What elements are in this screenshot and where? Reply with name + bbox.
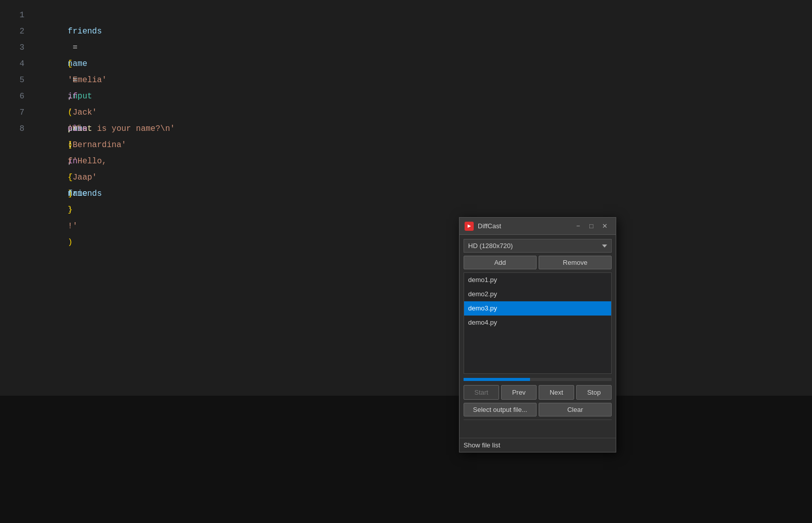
dialog-title: DiffCast <box>478 222 571 230</box>
code-editor: 1 2 3 4 5 6 7 8 friends = [ 'Emelia' , '… <box>0 0 812 396</box>
code-content: friends = [ 'Emelia' , 'Jack' , 'Bernard… <box>30 0 812 396</box>
diffcast-logo-icon: ▶ <box>465 222 474 231</box>
control-row: Start Prev Next Stop <box>464 385 612 400</box>
show-file-row: Show file list <box>460 438 616 452</box>
close-button[interactable]: ✕ <box>598 220 611 232</box>
file-item-demo4[interactable]: demo4.py <box>464 316 611 330</box>
code-line-4 <box>39 56 804 72</box>
maximize-button[interactable]: □ <box>585 220 597 232</box>
minimize-button[interactable]: − <box>572 220 584 232</box>
show-file-list-button[interactable]: Show file list <box>464 441 500 449</box>
file-item-demo3[interactable]: demo3.py <box>464 301 611 316</box>
code-line-2 <box>39 23 804 40</box>
resolution-dropdown[interactable]: HD (1280x720) Full HD (1920x1080) 4K (38… <box>464 239 612 253</box>
next-button[interactable]: Next <box>539 385 574 400</box>
file-item-demo2[interactable]: demo2.py <box>464 287 611 301</box>
code-line-5: if name in friends : <box>39 72 804 88</box>
select-output-button[interactable]: Select output file... <box>464 403 537 416</box>
remove-button[interactable]: Remove <box>539 256 612 269</box>
code-line-3: name = input ( 'What is your name?\n' ) <box>39 40 804 56</box>
dialog-titlebar: ▶ DiffCast − □ ✕ <box>460 218 616 235</box>
status-area <box>464 420 612 434</box>
stop-button[interactable]: Stop <box>576 385 612 400</box>
clear-button[interactable]: Clear <box>539 403 612 416</box>
progress-bar-fill <box>464 378 530 381</box>
diffcast-dialog: ▶ DiffCast − □ ✕ HD (1280x720) Full HD (… <box>459 217 616 452</box>
progress-bar-container <box>464 378 612 381</box>
add-button[interactable]: Add <box>464 256 537 269</box>
prev-button[interactable]: Prev <box>501 385 537 400</box>
start-button[interactable]: Start <box>464 385 499 400</box>
output-row: Select output file... Clear <box>464 403 612 416</box>
file-list[interactable]: demo1.py demo2.py demo3.py demo4.py <box>464 272 612 374</box>
code-line-7: else : <box>39 104 804 121</box>
code-line-1: friends = [ 'Emelia' , 'Jack' , 'Bernard… <box>39 7 804 23</box>
file-item-demo1[interactable]: demo1.py <box>464 273 611 287</box>
bottom-area <box>0 396 812 523</box>
line-numbers: 1 2 3 4 5 6 7 8 <box>0 0 30 396</box>
code-line-6: print ( f'Hello, { name } !' ) <box>39 88 804 104</box>
dialog-body: HD (1280x720) Full HD (1920x1080) 4K (38… <box>460 235 616 438</box>
add-remove-row: Add Remove <box>464 256 612 269</box>
